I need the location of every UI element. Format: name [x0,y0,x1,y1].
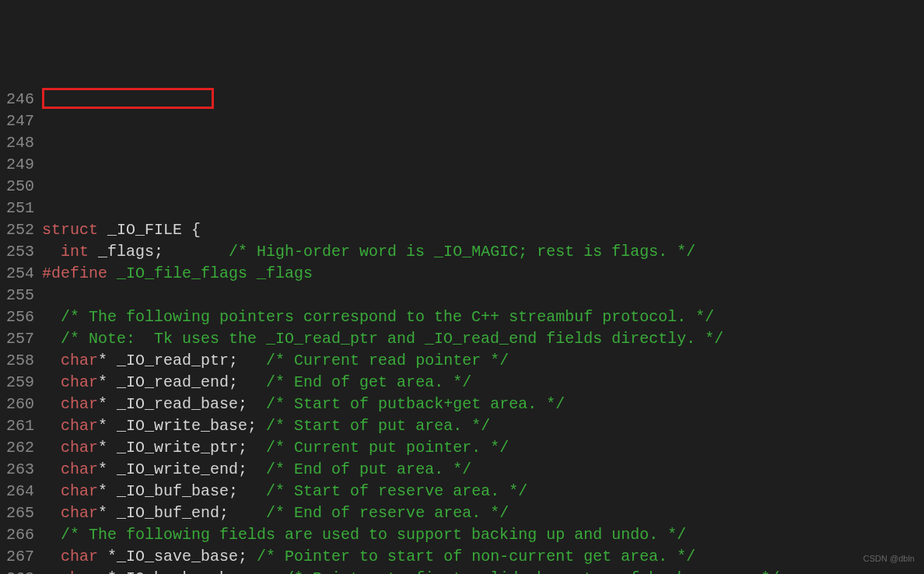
code-token: char [61,352,98,369]
code-token: *_IO_backup_base; [98,569,285,574]
line-number: 246 [6,89,34,110]
code-token: * _IO_read_ptr; [98,352,266,369]
code-token [42,504,61,522]
code-token: /* Start of putback+get area. */ [266,395,565,413]
code-area[interactable]: 文件描述符 struct _IO_FILE { int _flags; /* H… [42,87,924,574]
code-token: * _IO_buf_base; [98,482,266,500]
line-number: 256 [6,306,34,328]
code-line[interactable]: int _flags; /* High-order word is _IO_MA… [42,241,924,263]
line-number: 257 [6,328,34,350]
code-token: char [61,395,98,413]
code-token: /* Pointer to start of non-current get a… [257,548,695,565]
line-number: 259 [6,372,34,394]
code-token: char [61,373,98,391]
code-token [42,417,61,435]
line-number: 266 [6,524,34,546]
code-line[interactable]: /* The following pointers correspond to … [42,306,924,328]
code-line[interactable]: char *_IO_backup_base; /* Pointer to fir… [42,568,924,574]
line-number: 263 [6,459,34,481]
code-token: /* High-order word is _IO_MAGIC; rest is… [229,243,695,261]
code-token [42,526,61,544]
code-token: char [61,482,98,500]
code-token: char [61,460,98,478]
code-token: *_IO_save_base; [98,548,257,565]
code-token: /* End of reserve area. */ [266,504,509,522]
line-number: 251 [6,198,34,219]
code-token: _IO_file_flags _flags [107,264,313,282]
code-token: /* Start of reserve area. */ [266,482,527,500]
line-number: 252 [6,219,34,241]
code-token [42,460,61,478]
code-editor[interactable]: 2462472482492502512522532542552562572582… [0,87,924,574]
code-token: char [61,504,98,522]
line-number: 247 [6,110,34,132]
code-token: _flags; [89,243,229,261]
code-line[interactable]: char* _IO_buf_end; /* End of reserve are… [42,502,924,524]
line-number: 268 [6,568,34,574]
code-line[interactable] [42,285,924,306]
line-number: 248 [6,132,34,154]
code-token [42,352,61,369]
code-token [42,395,61,413]
code-line[interactable]: /* Note: Tk uses the _IO_read_ptr and _I… [42,328,924,350]
code-line[interactable]: char* _IO_write_end; /* End of put area.… [42,459,924,481]
line-number: 253 [6,241,34,263]
code-token: * _IO_write_ptr; [98,439,266,457]
code-token: char [61,439,98,457]
code-token: * _IO_buf_end; [98,504,266,522]
line-number: 262 [6,437,34,459]
line-number-gutter: 2462472482492502512522532542552562572582… [0,87,42,574]
line-number: 249 [6,154,34,176]
code-line[interactable]: char* _IO_read_base; /* Start of putback… [42,394,924,415]
line-number: 264 [6,481,34,502]
code-token: * _IO_write_end; [98,460,266,478]
code-token: /* Current put pointer. */ [266,439,509,457]
code-line[interactable]: #define _IO_file_flags _flags [42,263,924,285]
code-token: char [61,548,98,565]
code-token: /* Note: Tk uses the _IO_read_ptr and _I… [61,330,723,348]
line-number: 250 [6,176,34,198]
line-number: 267 [6,546,34,568]
line-number: 258 [6,350,34,372]
code-token: #define [42,264,107,282]
code-token [42,482,61,500]
code-token [42,308,61,326]
line-number: 265 [6,502,34,524]
code-token: struct [42,221,98,239]
code-token: * _IO_write_base; [98,417,266,435]
line-number: 254 [6,263,34,285]
code-token: * _IO_read_base; [98,395,266,413]
code-token [42,569,61,574]
code-line[interactable]: char* _IO_read_ptr; /* Current read poin… [42,350,924,372]
code-line[interactable]: char* _IO_buf_base; /* Start of reserve … [42,481,924,502]
code-token [42,439,61,457]
highlight-box-struct [42,88,214,109]
line-number: 255 [6,285,34,306]
code-token: { [191,221,201,239]
code-token: /* End of get area. */ [266,373,471,391]
line-number: 261 [6,415,34,437]
code-token: /* Current read pointer */ [266,352,509,369]
code-line[interactable]: char* _IO_write_base; /* Start of put ar… [42,415,924,437]
code-line[interactable]: /* The following fields are used to supp… [42,524,924,546]
code-token: int [61,243,89,261]
code-token [42,330,61,348]
code-token: _IO_FILE [98,221,191,239]
code-token: char [61,569,98,574]
code-token: /* The following fields are used to supp… [61,526,686,544]
code-line[interactable]: char* _IO_write_ptr; /* Current put poin… [42,437,924,459]
line-number: 260 [6,394,34,415]
code-line[interactable]: char* _IO_read_end; /* End of get area. … [42,372,924,394]
code-token: char [61,417,98,435]
code-line[interactable]: char *_IO_save_base; /* Pointer to start… [42,546,924,568]
code-token [42,243,61,261]
code-line[interactable]: struct _IO_FILE { [42,219,924,241]
watermark-text: CSDN @dbln [863,548,915,569]
code-token: * _IO_read_end; [98,373,266,391]
code-token [42,548,61,565]
code-token: /* Start of put area. */ [266,417,490,435]
code-token: /* Pointer to first valid character of b… [285,569,779,574]
code-token: /* The following pointers correspond to … [61,308,714,326]
code-token: /* End of put area. */ [266,460,471,478]
code-token [42,373,61,391]
